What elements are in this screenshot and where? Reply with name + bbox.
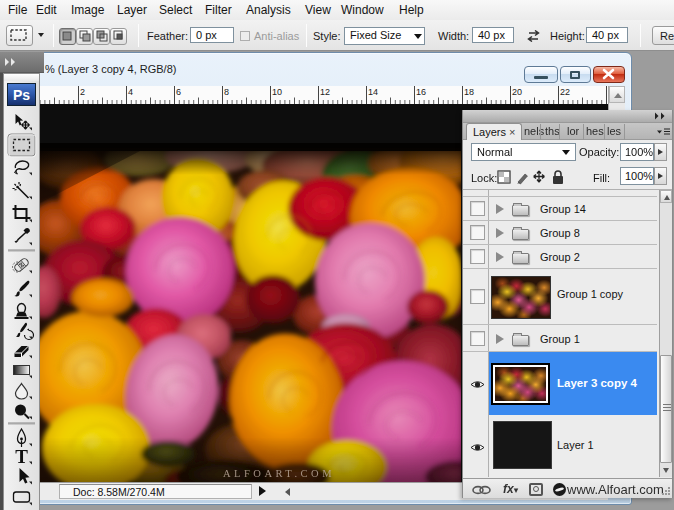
svg-text:18: 18 <box>464 87 474 97</box>
svg-text:8: 8 <box>224 87 229 97</box>
svg-text:14: 14 <box>368 87 378 97</box>
svg-text:12: 12 <box>320 87 330 97</box>
svg-text:ALFOART.COM: ALFOART.COM <box>223 468 335 479</box>
svg-text:4: 4 <box>128 87 133 97</box>
svg-text:22: 22 <box>560 87 570 97</box>
svg-text:2: 2 <box>80 87 85 97</box>
svg-text:16: 16 <box>416 87 426 97</box>
svg-text:6: 6 <box>176 87 181 97</box>
svg-text:10: 10 <box>272 87 282 97</box>
svg-text:20: 20 <box>512 87 522 97</box>
svg-text:T: T <box>15 446 28 467</box>
